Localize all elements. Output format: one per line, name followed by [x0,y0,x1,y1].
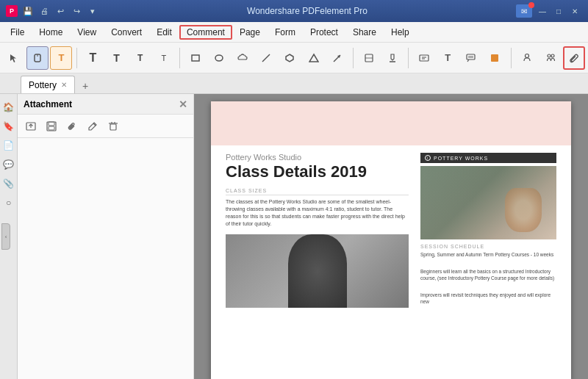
text-tool-1[interactable]: T [82,46,104,70]
sidebar-toolbar [18,115,193,138]
title-bar-left: P 💾 🖨 ↩ ↪ ▾ [6,5,98,17]
sep5 [511,48,512,68]
callout-tool[interactable] [460,46,482,70]
svg-point-3 [215,55,223,61]
signature-tool[interactable] [539,46,562,70]
cloud-tool[interactable] [232,46,254,70]
sidebar-collapse-handle[interactable]: ‹ [1,223,10,250]
sidebar-header: Attachment ✕ [18,94,193,115]
email-icon[interactable]: ✉ [516,4,532,18]
tab-add-button[interactable]: + [78,79,93,93]
select-tool[interactable] [3,46,25,70]
ellipse-tool[interactable] [208,46,230,70]
page-top-decoration [211,101,571,145]
close-button[interactable]: ✕ [567,5,582,17]
underline-tool[interactable] [381,46,404,70]
polygon-tool[interactable] [279,46,301,70]
studio-label: Pottery Works Studio [226,153,409,162]
svg-marker-6 [309,54,318,62]
menu-view[interactable]: View [70,25,104,40]
menu-home[interactable]: Home [32,25,70,40]
svg-rect-13 [420,55,429,61]
minimize-button[interactable]: — [535,5,550,17]
tab-bar: Pottery ✕ + [0,73,588,94]
tab-pottery[interactable]: Pottery ✕ [21,76,75,93]
quick-access-print[interactable]: 🖨 [38,5,50,17]
menu-form[interactable]: Form [268,25,303,40]
session-text2: Beginners will learn all the basics on a… [420,268,556,281]
pottery-photo-right [420,166,556,239]
nav-attachment[interactable]: 📎 [1,176,16,191]
sep4 [408,48,409,68]
triangle-tool[interactable] [303,46,325,70]
quick-access-dropdown[interactable]: ▾ [87,5,98,17]
window-controls: — □ ✕ [535,5,582,17]
menu-help[interactable]: Help [384,25,417,40]
svg-marker-5 [286,54,293,62]
arrow-tool[interactable] [326,46,348,70]
email-badge [528,2,534,8]
window-title: Wondershare PDFelement Pro [98,6,516,16]
pottery-logo-bar: i POTTERY WORKS [420,153,556,163]
svg-rect-2 [192,55,199,61]
highlight-text-tool[interactable]: T [50,46,72,70]
title-right: ✉ — □ ✕ [516,4,582,18]
sidebar-title: Attachment [24,99,72,109]
quick-access-save[interactable]: 💾 [22,5,34,17]
text-tool-3[interactable]: T [129,46,151,70]
quick-access-undo[interactable]: ↩ [54,5,66,17]
svg-point-22 [551,54,554,57]
menu-convert[interactable]: Convert [104,25,149,40]
svg-rect-18 [468,56,473,58]
text-tool-4[interactable]: T [153,46,175,70]
stamp-tool[interactable] [516,46,538,70]
sep1 [76,48,77,68]
nav-comment[interactable]: 💬 [1,157,16,172]
sidebar: Attachment ✕ [18,94,194,379]
svg-marker-11 [391,54,394,60]
sidebar-save[interactable] [43,118,60,135]
session-text3: Improvers will revisit techniques they e… [420,292,556,305]
rectangle-tool[interactable] [184,46,207,70]
sidebar-edit[interactable] [84,118,101,135]
sidebar-delete[interactable] [104,118,122,135]
highlight-tool[interactable] [358,46,380,70]
menu-share[interactable]: Share [345,25,384,40]
text-tool-2[interactable]: T [106,46,128,70]
page-container: Pottery Works Studio Class Details 2019 … [211,101,571,379]
menu-edit[interactable]: Edit [149,25,179,40]
textbox-tool[interactable] [413,46,435,70]
menu-comment[interactable]: Comment [179,25,232,40]
menu-protect[interactable]: Protect [303,25,345,40]
tab-label: Pottery [29,80,57,90]
maximize-button[interactable]: □ [551,5,566,17]
svg-line-4 [262,54,270,62]
nav-bookmark[interactable]: 🔖 [1,119,16,134]
sidebar-content [18,138,193,379]
color-box-tool[interactable] [484,46,506,70]
menu-page[interactable]: Page [232,25,268,40]
nav-home[interactable]: 🏠 [1,100,16,115]
nav-search[interactable]: ○ [1,195,16,210]
menu-file[interactable]: File [3,25,32,40]
line-tool[interactable] [255,46,277,70]
hand-tool[interactable] [26,46,49,70]
svg-point-20 [525,54,528,57]
sep3 [353,48,354,68]
toolbar: T T T T T T [0,43,588,73]
pottery-logo-text: POTTERY WORKS [434,156,488,161]
session-text1: Spring, Summer and Autumn Term Pottery C… [420,251,556,258]
pottery-logo-dot: i [425,155,431,161]
attach-tool[interactable] [563,46,585,70]
sidebar-close-button[interactable]: ✕ [179,98,187,110]
tab-close-button[interactable]: ✕ [61,81,67,89]
svg-rect-26 [49,122,54,126]
pottery-photo-left [226,234,409,308]
sidebar-clip[interactable] [63,118,81,135]
quick-access-redo[interactable]: ↪ [71,5,82,17]
note-tool[interactable]: T [437,46,459,70]
nav-pages[interactable]: 📄 [1,138,16,153]
session-title: SESSION SCHEDULE [420,244,556,249]
sidebar-upload[interactable] [22,118,40,135]
document-view: Pottery Works Studio Class Details 2019 … [194,94,588,379]
